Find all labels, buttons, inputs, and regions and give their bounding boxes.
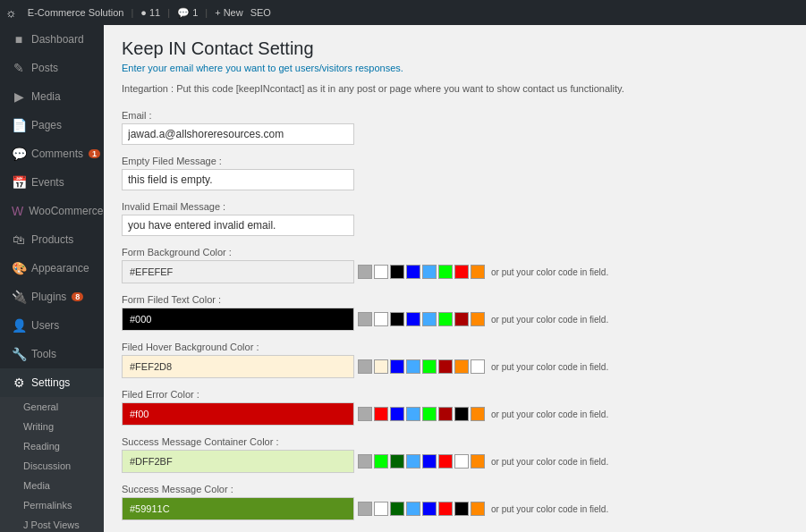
swatch-success-container-4[interactable] [422,454,437,469]
swatch-form-text-7[interactable] [471,312,485,326]
swatch-success-msg-3[interactable] [406,502,420,516]
swatch-filed-error-1[interactable] [374,407,388,421]
swatch-form-text-5[interactable] [438,312,453,326]
swatch-form-bg-4[interactable] [422,265,437,279]
color-text-hint-success-container: or put your color code in field. [491,457,608,467]
submenu-permalinks[interactable]: Permalinks [0,495,104,515]
sidebar-item-comments[interactable]: 💬 Comments 1 [0,139,104,168]
wp-logo-icon[interactable]: ☼ [5,5,17,20]
swatch-success-msg-0[interactable] [358,502,372,516]
submenu-reading[interactable]: Reading [0,436,104,456]
color-row-form-bg: Form Background Color :#EFEFEFor put you… [122,247,788,283]
admin-bar: ☼ E-Commerce Solution | ● 11 | 💬 1 | + N… [0,0,806,25]
sidebar-item-posts[interactable]: ✎ Posts [0,54,104,82]
swatch-success-container-6[interactable] [454,454,469,469]
swatch-filed-hover-bg-5[interactable] [438,359,453,374]
swatch-filed-hover-bg-4[interactable] [422,359,437,374]
empty-field-label: Empty Filed Message : [122,156,788,166]
sidebar-item-appearance[interactable]: 🎨 Appearance [0,254,104,283]
swatch-success-container-0[interactable] [358,454,372,469]
swatch-form-bg-0[interactable] [358,265,372,279]
color-value-success-container[interactable]: #DFF2BF [122,450,354,473]
swatch-filed-hover-bg-1[interactable] [374,359,388,374]
swatch-filed-hover-bg-7[interactable] [471,359,485,374]
posts-icon: ✎ [12,61,26,75]
submenu-writing[interactable]: Writing [0,417,104,436]
page-subtitle: Enter your email where you want to get u… [122,63,788,73]
swatch-filed-hover-bg-3[interactable] [406,359,420,374]
swatch-form-bg-3[interactable] [406,265,420,279]
admin-bar-site[interactable]: E-Commerce Solution [28,7,124,18]
swatch-filed-error-4[interactable] [422,407,437,421]
submenu-jpost[interactable]: J Post Views Counter [0,515,104,532]
swatch-filed-error-7[interactable] [471,407,485,421]
swatch-filed-error-6[interactable] [454,407,469,421]
color-text-hint-filed-error: or put your color code in field. [491,410,608,419]
swatch-filed-error-3[interactable] [406,407,420,421]
color-value-filed-error[interactable]: #f00 [122,402,354,426]
tools-icon: 🔧 [12,347,26,361]
products-icon: 🛍 [12,232,26,247]
comments-badge: 1 [89,149,100,158]
swatch-success-msg-6[interactable] [454,502,469,516]
color-value-form-text[interactable]: #000 [122,308,354,331]
settings-submenu: General Writing Reading Discussion Media… [0,397,104,532]
admin-bar-updates[interactable]: ● 11 [140,7,160,18]
email-input[interactable] [122,123,354,145]
sidebar-item-dashboard[interactable]: ■ Dashboard [0,25,104,54]
sidebar-item-events[interactable]: 📅 Events [0,168,104,197]
color-label-filed-hover-bg: Filed Hover Background Color : [122,342,788,352]
email-field-group: Email : [122,110,788,145]
invalid-email-input[interactable] [122,215,354,236]
swatch-form-text-2[interactable] [390,312,404,326]
swatch-filed-error-2[interactable] [390,407,404,421]
sidebar-item-pages[interactable]: 📄 Pages [0,111,104,139]
sidebar-item-users[interactable]: 👤 Users [0,311,104,340]
sidebar-item-plugins[interactable]: 🔌 Plugins 8 [0,283,104,311]
swatch-filed-hover-bg-0[interactable] [358,359,372,374]
swatch-filed-hover-bg-6[interactable] [454,359,469,374]
swatch-success-msg-5[interactable] [438,502,453,516]
invalid-email-label: Invalid Email Message : [122,201,788,212]
swatch-form-text-3[interactable] [406,312,420,326]
swatch-success-container-2[interactable] [390,454,404,469]
swatch-success-msg-2[interactable] [390,502,404,516]
swatch-form-text-1[interactable] [374,312,388,326]
empty-field-input[interactable] [122,169,354,190]
swatch-success-container-7[interactable] [471,454,485,469]
submenu-general[interactable]: General [0,397,104,417]
swatch-form-bg-5[interactable] [438,265,453,279]
swatch-form-bg-7[interactable] [471,265,485,279]
swatch-form-bg-2[interactable] [390,265,404,279]
swatch-form-text-6[interactable] [454,312,469,326]
sidebar-item-products[interactable]: 🛍 Products [0,225,104,254]
sidebar-item-tools[interactable]: 🔧 Tools [0,340,104,368]
swatch-filed-error-5[interactable] [438,407,453,421]
swatch-success-container-3[interactable] [406,454,420,469]
color-value-filed-hover-bg[interactable]: #FEF2D8 [122,355,354,378]
color-fields: Form Background Color :#EFEFEFor put you… [122,247,788,532]
admin-bar-new[interactable]: + New [215,7,243,18]
swatch-form-text-0[interactable] [358,312,372,326]
submenu-media[interactable]: Media [0,476,104,495]
swatch-success-msg-1[interactable] [374,502,388,516]
swatch-form-bg-6[interactable] [454,265,469,279]
swatch-success-container-5[interactable] [438,454,453,469]
admin-bar-comments[interactable]: 💬 1 [177,7,198,19]
swatch-form-text-4[interactable] [422,312,437,326]
admin-bar-seo[interactable]: SEO [250,7,271,18]
empty-field-group: Empty Filed Message : [122,156,788,190]
swatch-success-msg-7[interactable] [471,502,485,516]
swatch-success-msg-4[interactable] [422,502,437,516]
swatch-form-bg-1[interactable] [374,265,388,279]
submenu-discussion[interactable]: Discussion [0,456,104,476]
sidebar-item-settings[interactable]: ⚙ Settings [0,368,104,397]
color-value-success-msg[interactable]: #59911C [122,497,354,520]
sidebar-item-media[interactable]: ▶ Media [0,82,104,111]
swatch-success-container-1[interactable] [374,454,388,469]
sidebar-item-woocommerce[interactable]: W WooCommerce [0,197,104,225]
swatch-filed-error-0[interactable] [358,407,372,421]
color-value-form-bg[interactable]: #EFEFEF [122,260,354,283]
settings-icon: ⚙ [12,376,26,390]
swatch-filed-hover-bg-2[interactable] [390,359,404,374]
